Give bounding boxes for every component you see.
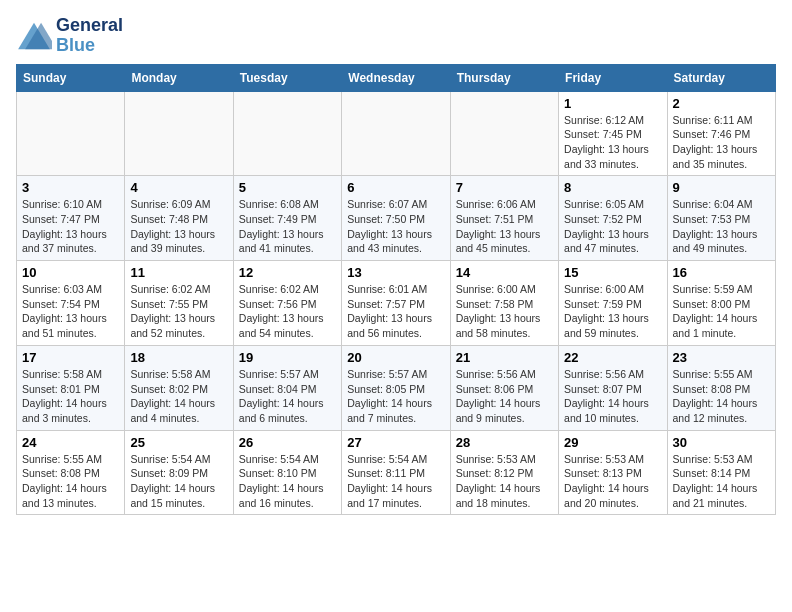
day-info: Sunrise: 5:58 AMSunset: 8:01 PMDaylight:… — [22, 367, 119, 426]
calendar-cell — [125, 91, 233, 176]
day-info: Sunrise: 5:55 AMSunset: 8:08 PMDaylight:… — [673, 367, 770, 426]
day-info: Sunrise: 6:08 AMSunset: 7:49 PMDaylight:… — [239, 197, 336, 256]
calendar-cell: 26Sunrise: 5:54 AMSunset: 8:10 PMDayligh… — [233, 430, 341, 515]
day-number: 2 — [673, 96, 770, 111]
calendar-header-friday: Friday — [559, 64, 667, 91]
day-number: 17 — [22, 350, 119, 365]
calendar-cell: 17Sunrise: 5:58 AMSunset: 8:01 PMDayligh… — [17, 345, 125, 430]
day-info: Sunrise: 5:59 AMSunset: 8:00 PMDaylight:… — [673, 282, 770, 341]
calendar-cell: 1Sunrise: 6:12 AMSunset: 7:45 PMDaylight… — [559, 91, 667, 176]
day-number: 28 — [456, 435, 553, 450]
day-number: 12 — [239, 265, 336, 280]
calendar-cell: 7Sunrise: 6:06 AMSunset: 7:51 PMDaylight… — [450, 176, 558, 261]
calendar-cell: 9Sunrise: 6:04 AMSunset: 7:53 PMDaylight… — [667, 176, 775, 261]
day-number: 29 — [564, 435, 661, 450]
day-info: Sunrise: 5:56 AMSunset: 8:07 PMDaylight:… — [564, 367, 661, 426]
calendar-cell: 25Sunrise: 5:54 AMSunset: 8:09 PMDayligh… — [125, 430, 233, 515]
page-header: General Blue — [16, 16, 776, 56]
day-info: Sunrise: 5:53 AMSunset: 8:14 PMDaylight:… — [673, 452, 770, 511]
day-number: 7 — [456, 180, 553, 195]
day-number: 15 — [564, 265, 661, 280]
day-info: Sunrise: 5:53 AMSunset: 8:13 PMDaylight:… — [564, 452, 661, 511]
day-number: 30 — [673, 435, 770, 450]
logo: General Blue — [16, 16, 123, 56]
day-number: 27 — [347, 435, 444, 450]
calendar-cell: 27Sunrise: 5:54 AMSunset: 8:11 PMDayligh… — [342, 430, 450, 515]
day-number: 6 — [347, 180, 444, 195]
day-number: 11 — [130, 265, 227, 280]
day-number: 23 — [673, 350, 770, 365]
day-number: 16 — [673, 265, 770, 280]
day-number: 14 — [456, 265, 553, 280]
day-number: 1 — [564, 96, 661, 111]
calendar-header-sunday: Sunday — [17, 64, 125, 91]
calendar-week-3: 10Sunrise: 6:03 AMSunset: 7:54 PMDayligh… — [17, 261, 776, 346]
day-number: 19 — [239, 350, 336, 365]
calendar-header-tuesday: Tuesday — [233, 64, 341, 91]
day-info: Sunrise: 5:55 AMSunset: 8:08 PMDaylight:… — [22, 452, 119, 511]
calendar-header-saturday: Saturday — [667, 64, 775, 91]
day-info: Sunrise: 6:00 AMSunset: 7:59 PMDaylight:… — [564, 282, 661, 341]
day-number: 20 — [347, 350, 444, 365]
calendar-header-row: SundayMondayTuesdayWednesdayThursdayFrid… — [17, 64, 776, 91]
calendar-cell: 23Sunrise: 5:55 AMSunset: 8:08 PMDayligh… — [667, 345, 775, 430]
calendar-cell: 8Sunrise: 6:05 AMSunset: 7:52 PMDaylight… — [559, 176, 667, 261]
day-info: Sunrise: 6:10 AMSunset: 7:47 PMDaylight:… — [22, 197, 119, 256]
calendar-cell — [450, 91, 558, 176]
calendar-table: SundayMondayTuesdayWednesdayThursdayFrid… — [16, 64, 776, 516]
calendar-week-4: 17Sunrise: 5:58 AMSunset: 8:01 PMDayligh… — [17, 345, 776, 430]
calendar-cell: 29Sunrise: 5:53 AMSunset: 8:13 PMDayligh… — [559, 430, 667, 515]
day-info: Sunrise: 5:54 AMSunset: 8:10 PMDaylight:… — [239, 452, 336, 511]
day-number: 10 — [22, 265, 119, 280]
day-info: Sunrise: 6:00 AMSunset: 7:58 PMDaylight:… — [456, 282, 553, 341]
day-number: 4 — [130, 180, 227, 195]
calendar-cell: 24Sunrise: 5:55 AMSunset: 8:08 PMDayligh… — [17, 430, 125, 515]
day-info: Sunrise: 6:02 AMSunset: 7:55 PMDaylight:… — [130, 282, 227, 341]
calendar-cell: 10Sunrise: 6:03 AMSunset: 7:54 PMDayligh… — [17, 261, 125, 346]
day-info: Sunrise: 5:54 AMSunset: 8:09 PMDaylight:… — [130, 452, 227, 511]
calendar-cell: 2Sunrise: 6:11 AMSunset: 7:46 PMDaylight… — [667, 91, 775, 176]
calendar-cell — [342, 91, 450, 176]
day-info: Sunrise: 5:58 AMSunset: 8:02 PMDaylight:… — [130, 367, 227, 426]
calendar-cell: 6Sunrise: 6:07 AMSunset: 7:50 PMDaylight… — [342, 176, 450, 261]
day-info: Sunrise: 5:57 AMSunset: 8:04 PMDaylight:… — [239, 367, 336, 426]
day-info: Sunrise: 6:06 AMSunset: 7:51 PMDaylight:… — [456, 197, 553, 256]
calendar-cell: 3Sunrise: 6:10 AMSunset: 7:47 PMDaylight… — [17, 176, 125, 261]
calendar-cell: 5Sunrise: 6:08 AMSunset: 7:49 PMDaylight… — [233, 176, 341, 261]
day-number: 9 — [673, 180, 770, 195]
day-info: Sunrise: 5:57 AMSunset: 8:05 PMDaylight:… — [347, 367, 444, 426]
day-info: Sunrise: 6:04 AMSunset: 7:53 PMDaylight:… — [673, 197, 770, 256]
day-number: 13 — [347, 265, 444, 280]
calendar-cell: 15Sunrise: 6:00 AMSunset: 7:59 PMDayligh… — [559, 261, 667, 346]
day-info: Sunrise: 6:02 AMSunset: 7:56 PMDaylight:… — [239, 282, 336, 341]
day-number: 21 — [456, 350, 553, 365]
calendar-cell: 19Sunrise: 5:57 AMSunset: 8:04 PMDayligh… — [233, 345, 341, 430]
calendar-cell: 21Sunrise: 5:56 AMSunset: 8:06 PMDayligh… — [450, 345, 558, 430]
calendar-header-thursday: Thursday — [450, 64, 558, 91]
day-info: Sunrise: 6:12 AMSunset: 7:45 PMDaylight:… — [564, 113, 661, 172]
calendar-cell: 13Sunrise: 6:01 AMSunset: 7:57 PMDayligh… — [342, 261, 450, 346]
calendar-week-1: 1Sunrise: 6:12 AMSunset: 7:45 PMDaylight… — [17, 91, 776, 176]
calendar-cell: 12Sunrise: 6:02 AMSunset: 7:56 PMDayligh… — [233, 261, 341, 346]
day-info: Sunrise: 6:09 AMSunset: 7:48 PMDaylight:… — [130, 197, 227, 256]
calendar-cell — [233, 91, 341, 176]
logo-text: General Blue — [56, 16, 123, 56]
calendar-cell: 16Sunrise: 5:59 AMSunset: 8:00 PMDayligh… — [667, 261, 775, 346]
day-info: Sunrise: 5:53 AMSunset: 8:12 PMDaylight:… — [456, 452, 553, 511]
calendar-cell — [17, 91, 125, 176]
day-info: Sunrise: 6:01 AMSunset: 7:57 PMDaylight:… — [347, 282, 444, 341]
calendar-cell: 28Sunrise: 5:53 AMSunset: 8:12 PMDayligh… — [450, 430, 558, 515]
day-number: 18 — [130, 350, 227, 365]
calendar-cell: 18Sunrise: 5:58 AMSunset: 8:02 PMDayligh… — [125, 345, 233, 430]
day-number: 22 — [564, 350, 661, 365]
calendar-header-monday: Monday — [125, 64, 233, 91]
day-number: 8 — [564, 180, 661, 195]
calendar-cell: 20Sunrise: 5:57 AMSunset: 8:05 PMDayligh… — [342, 345, 450, 430]
day-info: Sunrise: 6:07 AMSunset: 7:50 PMDaylight:… — [347, 197, 444, 256]
calendar-cell: 14Sunrise: 6:00 AMSunset: 7:58 PMDayligh… — [450, 261, 558, 346]
day-number: 25 — [130, 435, 227, 450]
day-info: Sunrise: 5:54 AMSunset: 8:11 PMDaylight:… — [347, 452, 444, 511]
day-number: 26 — [239, 435, 336, 450]
logo-icon — [16, 21, 52, 51]
calendar-cell: 22Sunrise: 5:56 AMSunset: 8:07 PMDayligh… — [559, 345, 667, 430]
